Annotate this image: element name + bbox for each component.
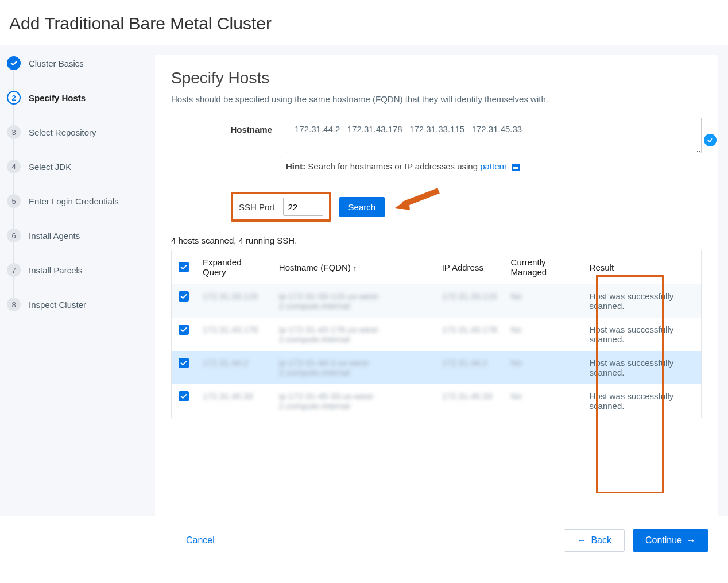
step-label: Enter Login Credentials — [29, 196, 119, 206]
continue-button[interactable]: Continue → — [633, 529, 708, 552]
ssh-port-highlight: SSH Port — [231, 192, 331, 222]
ssh-port-label: SSH Port — [239, 202, 275, 212]
step-label: Inspect Cluster — [29, 300, 86, 310]
step-6[interactable]: 6Install Agents — [7, 229, 155, 242]
checkbox-icon[interactable] — [179, 262, 189, 272]
row-checkbox[interactable] — [172, 284, 196, 318]
step-label: Install Agents — [29, 231, 80, 241]
cell-result: Host was successfully scanned. — [583, 351, 702, 384]
step-4[interactable]: 4Select JDK — [7, 160, 155, 173]
hosts-table: Expanded QueryHostname (FQDN)↑IP Address… — [171, 250, 702, 418]
row-checkbox[interactable] — [172, 318, 196, 351]
checkbox-icon[interactable] — [179, 391, 189, 401]
page-title: Add Traditional Bare Metal Cluster — [0, 0, 728, 45]
pattern-link[interactable]: pattern — [480, 161, 507, 171]
cell-fqdn: ip-172-31-33-115.us-west-2.compute.inter… — [272, 284, 435, 318]
step-8[interactable]: 8Inspect Cluster — [7, 298, 155, 311]
checkbox-icon[interactable] — [179, 358, 189, 368]
step-indicator-icon: 8 — [7, 298, 21, 311]
step-indicator-icon: 3 — [7, 125, 21, 139]
column-header-hostname-fqdn-[interactable]: Hostname (FQDN)↑ — [272, 250, 435, 284]
step-indicator-icon: 2 — [7, 91, 21, 105]
cell-ip: 172.31.45.33 — [435, 384, 504, 418]
hint-text: Search for hostnames or IP addresses usi… — [305, 161, 480, 171]
step-label: Specify Hosts — [29, 93, 86, 103]
cell-query: 172.31.43.178 — [196, 318, 272, 351]
step-label: Install Parcels — [29, 265, 82, 275]
cell-fqdn: ip-172-31-44-2.us-west-2.compute.interna… — [272, 351, 435, 384]
cell-managed: No — [504, 351, 583, 384]
step-3[interactable]: 3Select Repository — [7, 125, 155, 139]
hostname-input[interactable] — [286, 118, 702, 153]
cell-result: Host was successfully scanned. — [583, 318, 702, 351]
arrow-right-icon: → — [687, 535, 696, 546]
back-button-label: Back — [591, 535, 611, 546]
arrow-left-icon: ← — [577, 535, 586, 546]
cell-fqdn: ip-172-31-43-178.us-west-2.compute.inter… — [272, 318, 435, 351]
step-label: Cluster Basics — [29, 59, 84, 68]
step-connector — [13, 105, 14, 125]
step-connector — [13, 208, 14, 229]
step-label: Select JDK — [29, 162, 71, 172]
cell-query: 172.31.45.33 — [196, 384, 272, 418]
ssh-port-input[interactable] — [283, 198, 323, 216]
cell-result: Host was successfully scanned. — [583, 284, 702, 318]
cell-managed: No — [504, 384, 583, 418]
wizard-steps-sidebar: Cluster Basics2Specify Hosts3Select Repo… — [0, 45, 155, 516]
panel-title: Specify Hosts — [171, 69, 702, 87]
search-button[interactable]: Search — [339, 197, 385, 217]
cell-query: 172.31.44.2 — [196, 351, 272, 384]
step-connector — [13, 139, 14, 160]
step-1[interactable]: Cluster Basics — [7, 56, 155, 70]
step-indicator-icon: 4 — [7, 160, 21, 173]
arrow-annotation-icon — [393, 195, 439, 218]
step-2[interactable]: 2Specify Hosts — [7, 91, 155, 105]
step-indicator-icon: 5 — [7, 194, 21, 208]
external-link-icon — [512, 164, 520, 171]
table-row[interactable]: 172.31.44.2ip-172-31-44-2.us-west-2.comp… — [172, 351, 702, 384]
cell-fqdn: ip-172-31-45-33.us-west-2.compute.intern… — [272, 384, 435, 418]
column-header-expanded-query[interactable]: Expanded Query — [196, 250, 272, 284]
step-indicator-icon: 7 — [7, 263, 21, 277]
cell-managed: No — [504, 284, 583, 318]
cell-query: 172.31.33.115 — [196, 284, 272, 318]
step-5[interactable]: 5Enter Login Credentials — [7, 194, 155, 208]
step-connector — [13, 277, 14, 298]
hostname-hint: Hint: Search for hostnames or IP address… — [286, 161, 702, 171]
hint-bold: Hint: — [286, 161, 305, 171]
step-indicator-icon: 6 — [7, 229, 21, 242]
step-indicator-icon — [7, 56, 21, 70]
step-7[interactable]: 7Install Parcels — [7, 263, 155, 277]
step-label: Select Repository — [29, 128, 96, 137]
wizard-footer: Cancel ← Back Continue → — [0, 516, 728, 565]
content-panel: Specify Hosts Hosts should be specified … — [155, 55, 718, 516]
continue-button-label: Continue — [645, 535, 682, 546]
checkbox-icon[interactable] — [179, 291, 189, 302]
table-row[interactable]: 172.31.33.115ip-172-31-33-115.us-west-2.… — [172, 284, 702, 318]
cell-ip: 172.31.44.2 — [435, 351, 504, 384]
cell-ip: 172.31.33.115 — [435, 284, 504, 318]
row-checkbox[interactable] — [172, 351, 196, 384]
step-connector — [13, 70, 14, 91]
select-all-checkbox[interactable] — [172, 250, 196, 284]
check-circle-icon — [704, 134, 717, 146]
table-row[interactable]: 172.31.45.33ip-172-31-45-33.us-west-2.co… — [172, 384, 702, 418]
cell-result: Host was successfully scanned. — [583, 384, 702, 418]
column-header-result[interactable]: Result — [583, 250, 702, 284]
step-connector — [13, 173, 14, 194]
row-checkbox[interactable] — [172, 384, 196, 418]
checkbox-icon[interactable] — [179, 325, 189, 335]
column-header-ip-address[interactable]: IP Address — [435, 250, 504, 284]
back-button[interactable]: ← Back — [564, 529, 625, 552]
table-row[interactable]: 172.31.43.178ip-172-31-43-178.us-west-2.… — [172, 318, 702, 351]
scan-status-text: 4 hosts scanned, 4 running SSH. — [171, 235, 702, 245]
cell-managed: No — [504, 318, 583, 351]
main-area: Cluster Basics2Specify Hosts3Select Repo… — [0, 45, 728, 516]
sort-asc-icon: ↑ — [353, 264, 357, 272]
column-header-currently-managed[interactable]: Currently Managed — [504, 250, 583, 284]
panel-description: Hosts should be specified using the same… — [171, 94, 702, 104]
hostname-label: Hostname — [171, 118, 286, 134]
cancel-button[interactable]: Cancel — [186, 535, 215, 546]
step-connector — [13, 242, 14, 263]
cell-ip: 172.31.43.178 — [435, 318, 504, 351]
